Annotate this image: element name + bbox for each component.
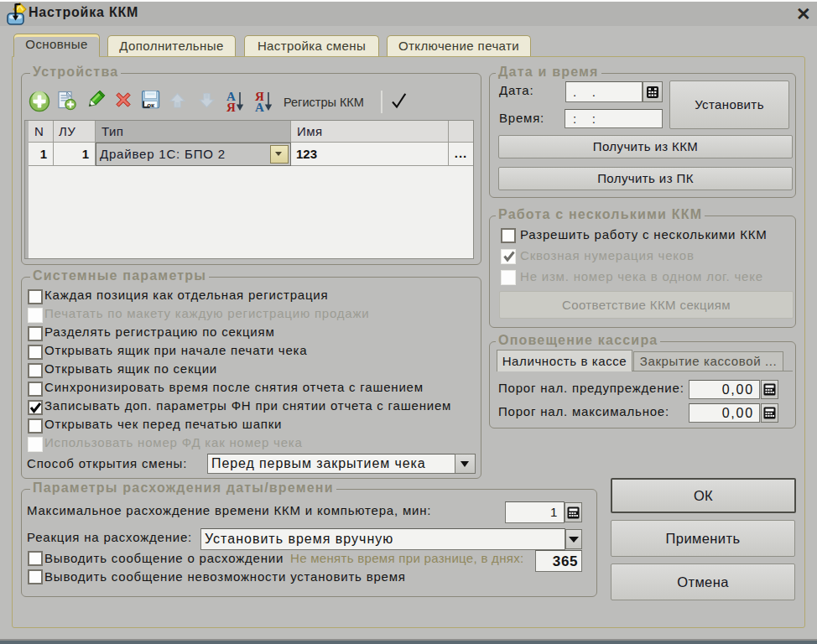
svg-text:Я: Я [226, 101, 236, 114]
svg-text:А: А [255, 101, 264, 114]
svg-text:Регистры ККМ: Регистры ККМ [284, 96, 364, 109]
svg-text:ок: ок [147, 101, 155, 109]
